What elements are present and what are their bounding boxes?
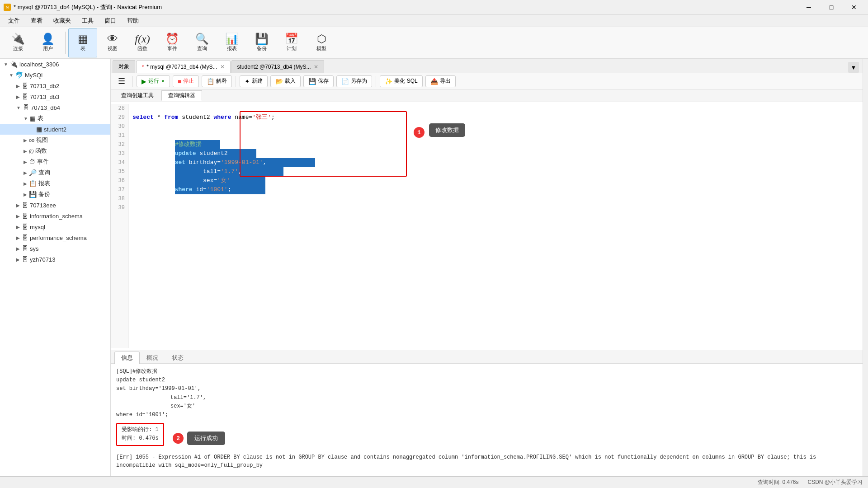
toolbar-report[interactable]: 📊 报表 <box>217 28 246 57</box>
tab-list-button[interactable]: ▼ <box>848 62 859 73</box>
sidebar-item-functions[interactable]: ▶ f() 函数 <box>0 145 110 156</box>
result-content: [SQL]#修改数据 update student2 set birthday=… <box>111 364 863 476</box>
menu-favorites[interactable]: 收藏夹 <box>49 15 75 27</box>
sidebar-item-mysql[interactable]: ▼ 🐬 MySQL <box>0 70 110 80</box>
toolbar-table[interactable]: ▦ 表 <box>68 28 97 57</box>
sidebar-item-70713eee[interactable]: ▶ 🗄 70713eee <box>0 200 110 211</box>
sql-log-line1: update student2 <box>116 376 857 385</box>
stop-button[interactable]: ■ 停止 <box>173 75 199 87</box>
sidebar-item-queries[interactable]: ▶ 🔎 查询 <box>0 167 110 178</box>
sidebar-item-yzh70713[interactable]: ▶ 🗄 yzh70713 <box>0 254 110 265</box>
toolbar-connect[interactable]: 🔌 连接 <box>4 28 33 57</box>
sidebar-item-db2[interactable]: ▶ 🗄 70713_db2 <box>0 80 110 91</box>
stop-label: 停止 <box>183 77 194 85</box>
sidebar-item-label: MySQL <box>25 72 44 79</box>
error-message: [Err] 1055 - Expression #1 of ORDER BY c… <box>116 453 857 469</box>
db-icon: 🗄 <box>22 82 28 89</box>
close-button[interactable]: ✕ <box>844 0 864 14</box>
tab-close-button[interactable]: ✕ <box>220 64 225 70</box>
tab-query1[interactable]: * * mysql @70713_db4 (MyS... ✕ <box>136 61 231 73</box>
sidebar-item-db4[interactable]: ▼ 🗄 70713_db4 <box>0 102 110 113</box>
sql-log-inline2: sex='女' <box>116 402 857 411</box>
menu-help[interactable]: 帮助 <box>123 15 143 27</box>
export-button[interactable]: 📤 导出 <box>425 75 456 87</box>
sidebar-item-performance-schema[interactable]: ▶ 🗄 performance_schema <box>0 232 110 243</box>
tab-object[interactable]: 对象 <box>113 60 135 73</box>
scrollbar-right[interactable] <box>863 59 868 476</box>
saveas-button[interactable]: 📄 另存为 <box>336 75 372 87</box>
menu-view[interactable]: 查看 <box>26 15 47 27</box>
sidebar-item-tables[interactable]: ▼ ▦ 表 <box>0 113 110 124</box>
tab-close-button[interactable]: ✕ <box>314 64 318 70</box>
line-num: 36 <box>114 176 125 185</box>
sub-tab-create-tool[interactable]: 查询创建工具 <box>114 90 160 101</box>
maximize-button[interactable]: □ <box>821 0 842 14</box>
line-num: 30 <box>114 122 125 131</box>
minimize-button[interactable]: ─ <box>798 0 819 14</box>
expand-icon: ▶ <box>24 192 27 197</box>
expand-icon: ▼ <box>9 73 14 78</box>
sidebar-item-db3[interactable]: ▶ 🗄 70713_db3 <box>0 91 110 102</box>
toolbar-user[interactable]: 👤 用户 <box>33 28 62 57</box>
beautify-button[interactable]: ✨ 美化 SQL <box>380 75 422 87</box>
menu-tools[interactable]: 工具 <box>77 15 98 27</box>
sidebar-item-backups[interactable]: ▶ 💾 备份 <box>0 189 110 200</box>
beautify-icon: ✨ <box>385 78 392 85</box>
menu-file[interactable]: 文件 <box>4 15 24 27</box>
export-label: 导出 <box>440 77 451 85</box>
toolbar-connect-label: 连接 <box>13 45 23 52</box>
toolbar-event[interactable]: ⏰ 事件 <box>158 28 187 57</box>
save-button[interactable]: 💾 保存 <box>303 75 334 87</box>
expand-icon: ▶ <box>16 203 20 208</box>
sub-tab-editor[interactable]: 查询编辑器 <box>161 90 202 101</box>
explain-button[interactable]: 📋 解释 <box>202 75 232 87</box>
expand-icon: ▶ <box>16 94 20 99</box>
sql-log-inline: tall='1.7', <box>116 394 857 402</box>
sidebar-item-mysql-db[interactable]: ▶ 🗄 mysql <box>0 221 110 232</box>
run-button[interactable]: ▶ 运行 ▼ <box>137 75 170 87</box>
toolbar-divider <box>236 76 236 87</box>
connection-icon: 🔌 <box>10 61 18 68</box>
menu-window[interactable]: 窗口 <box>100 15 121 27</box>
expand-icon: ▶ <box>24 170 27 175</box>
success-button[interactable]: 运行成功 <box>187 432 225 445</box>
sidebar-item-label: 事件 <box>37 158 49 166</box>
toolbar-schedule[interactable]: 📅 计划 <box>277 28 306 57</box>
sql-editor[interactable]: 28 29 30 31 32 33 34 35 36 37 38 39 sele… <box>111 102 863 350</box>
sidebar-item-localhost[interactable]: ▼ 🔌 localhost_3306 <box>0 59 110 70</box>
db-icon: 🗄 <box>22 256 28 263</box>
sidebar-item-sys[interactable]: ▶ 🗄 sys <box>0 243 110 254</box>
new-button[interactable]: ✦ 新建 <box>240 75 268 87</box>
load-button[interactable]: 📂 载入 <box>270 75 301 87</box>
toolbar-query[interactable]: 🔍 查询 <box>188 28 217 57</box>
sidebar-item-reports[interactable]: ▶ 📋 报表 <box>0 178 110 189</box>
selected-line: tall='1.7', <box>175 167 283 176</box>
sidebar-item-label: performance_schema <box>30 235 87 241</box>
sidebar-item-label: 70713eee <box>30 202 56 209</box>
sidebar-item-events[interactable]: ▶ ⏱ 事件 <box>0 156 110 167</box>
db-icon: 🗄 <box>22 234 28 241</box>
sidebar-item-student2[interactable]: ▶ ▦ student2 <box>0 124 110 135</box>
line-num: 28 <box>114 104 125 113</box>
run-dropdown-icon[interactable]: ▼ <box>161 79 165 84</box>
tab-query2[interactable]: student2 @70713_db4 (MyS... ✕ <box>231 60 324 73</box>
menu-icon-btn[interactable]: ☰ <box>114 76 129 86</box>
result-tab-status[interactable]: 状态 <box>165 352 190 364</box>
toolbar-backup[interactable]: 💾 备份 <box>247 28 276 57</box>
sidebar-item-information-schema[interactable]: ▶ 🗄 information_schema <box>0 211 110 221</box>
result-tab-overview[interactable]: 概况 <box>140 352 165 364</box>
affected-rows-container: 受影响的行: 1 时间: 0.476s 2 运行成功 <box>116 423 857 446</box>
toolbar-function-label: 函数 <box>137 45 147 52</box>
toolbar-function[interactable]: f(x) 函数 <box>128 28 157 57</box>
db-icon: 🗄 <box>22 202 28 209</box>
run-icon: ▶ <box>142 78 146 85</box>
sidebar-item-label: 70713_db3 <box>30 94 59 100</box>
sidebar-item-views[interactable]: ▶ oo 视图 <box>0 135 110 145</box>
sql-log-line2: set birthday='1999-01-01', <box>116 385 857 393</box>
toolbar-query-label: 查询 <box>197 45 207 52</box>
result-tab-info[interactable]: 信息 <box>114 352 140 364</box>
toolbar-model[interactable]: ⬡ 模型 <box>307 28 336 57</box>
toolbar-view[interactable]: 👁 视图 <box>98 28 127 57</box>
sql-log-line3: tall='1.7', <box>170 394 206 402</box>
table-icon: ▦ <box>78 33 88 44</box>
